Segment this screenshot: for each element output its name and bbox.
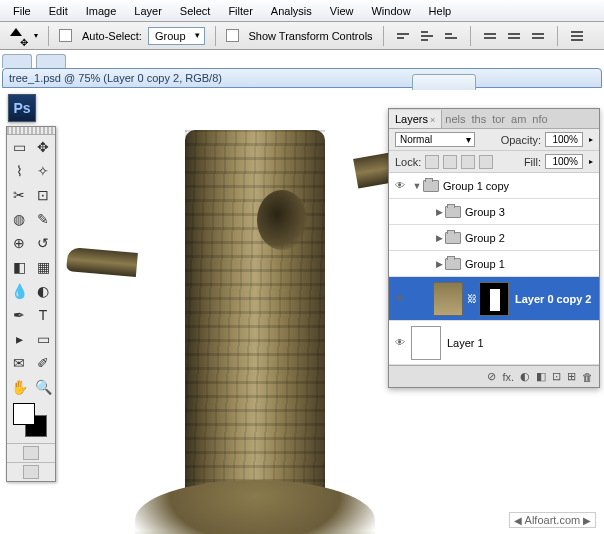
screenmode-row <box>7 462 55 481</box>
disclosure-triangle-icon[interactable]: ▶ <box>433 207 445 217</box>
clone-stamp-tool[interactable]: ⊕ <box>7 231 31 255</box>
tool-preset-dropdown-icon[interactable]: ▾ <box>34 31 38 40</box>
layer-row[interactable]: Layer 1 <box>389 321 599 365</box>
menu-edit[interactable]: Edit <box>40 2 77 20</box>
layers-tab[interactable]: Layers× <box>389 110 442 128</box>
layer-row-selected[interactable]: ⛓ Layer 0 copy 2 <box>389 277 599 321</box>
channels-tab-fragment[interactable]: nels <box>442 110 468 128</box>
opacity-slider-icon[interactable]: ▸ <box>589 135 593 144</box>
blend-mode-dropdown[interactable]: Normal <box>395 132 475 147</box>
distribute-icon[interactable] <box>568 27 586 45</box>
new-group-icon[interactable]: ⊡ <box>552 370 561 383</box>
visibility-toggle-icon[interactable] <box>389 337 411 348</box>
magic-wand-tool[interactable]: ✧ <box>31 159 55 183</box>
align-right-icon[interactable] <box>529 27 547 45</box>
menu-view[interactable]: View <box>321 2 363 20</box>
hand-tool[interactable]: ✋ <box>7 375 31 399</box>
link-layers-icon[interactable]: ⊘ <box>487 370 496 383</box>
doc-tab[interactable] <box>2 54 32 68</box>
fill-slider-icon[interactable]: ▸ <box>589 157 593 166</box>
color-swatches[interactable] <box>7 399 55 443</box>
type-tool[interactable]: T <box>31 303 55 327</box>
align-top-icon[interactable] <box>394 27 412 45</box>
histogram-tab-fragment[interactable]: am <box>508 110 529 128</box>
notes-tool[interactable]: ✉ <box>7 351 31 375</box>
opacity-input[interactable]: 100% <box>545 132 583 147</box>
lock-position-icon[interactable] <box>461 155 475 169</box>
lasso-tool[interactable]: ⌇ <box>7 159 31 183</box>
history-brush-tool[interactable]: ↺ <box>31 231 55 255</box>
layer-mask-icon[interactable]: ◐ <box>520 370 530 383</box>
panel-grip[interactable] <box>7 127 55 135</box>
shape-tool[interactable]: ▭ <box>31 327 55 351</box>
lock-transparency-icon[interactable] <box>425 155 439 169</box>
align-vcenter-icon[interactable] <box>418 27 436 45</box>
align-hcenter-icon[interactable] <box>505 27 523 45</box>
visibility-toggle-icon[interactable] <box>389 180 411 191</box>
lock-pixels-icon[interactable] <box>443 155 457 169</box>
layer-name[interactable]: Group 1 copy <box>443 180 509 192</box>
screen-mode-icon[interactable] <box>23 465 39 479</box>
layer-name[interactable]: Layer 1 <box>447 337 484 349</box>
move-tool[interactable]: ✥ <box>31 135 55 159</box>
menu-analysis[interactable]: Analysis <box>262 2 321 20</box>
close-tab-icon[interactable]: × <box>430 115 435 125</box>
info-tab-fragment[interactable]: nfo <box>529 110 550 128</box>
eraser-tool[interactable]: ◧ <box>7 255 31 279</box>
history-tab-fragment[interactable]: tor <box>489 110 508 128</box>
doc-tab[interactable] <box>36 54 66 68</box>
menu-file[interactable]: File <box>4 2 40 20</box>
layer-name[interactable]: Group 3 <box>465 206 505 218</box>
crop-tool[interactable]: ✂ <box>7 183 31 207</box>
layer-thumbnail[interactable] <box>411 326 441 360</box>
show-transform-checkbox[interactable] <box>226 29 239 42</box>
menu-filter[interactable]: Filter <box>219 2 261 20</box>
visibility-toggle-icon[interactable] <box>389 293 411 304</box>
foreground-swatch[interactable] <box>13 403 35 425</box>
paths-tab-fragment[interactable]: ths <box>468 110 489 128</box>
layer-style-icon[interactable]: fx. <box>502 371 514 383</box>
eyedropper-tool[interactable]: ✐ <box>31 351 55 375</box>
disclosure-triangle-icon[interactable]: ▶ <box>433 259 445 269</box>
healing-brush-tool[interactable]: ◍ <box>7 207 31 231</box>
marquee-tool[interactable]: ▭ <box>7 135 31 159</box>
align-bottom-icon[interactable] <box>442 27 460 45</box>
standard-mode-icon[interactable] <box>23 446 39 460</box>
slice-tool[interactable]: ⊡ <box>31 183 55 207</box>
auto-select-checkbox[interactable] <box>59 29 72 42</box>
menu-select[interactable]: Select <box>171 2 220 20</box>
align-left-icon[interactable] <box>481 27 499 45</box>
lock-all-icon[interactable] <box>479 155 493 169</box>
options-bar: ▾ Auto-Select: Group Show Transform Cont… <box>0 22 604 50</box>
gradient-tool[interactable]: ▦ <box>31 255 55 279</box>
layer-row-group[interactable]: ▶ Group 2 <box>389 225 599 251</box>
new-layer-icon[interactable]: ⊞ <box>567 370 576 383</box>
blur-tool[interactable]: 💧 <box>7 279 31 303</box>
dodge-tool[interactable]: ◐ <box>31 279 55 303</box>
fill-input[interactable]: 100% <box>545 154 583 169</box>
document-title-bar[interactable]: tree_1.psd @ 75% (Layer 0 copy 2, RGB/8) <box>2 68 602 88</box>
layer-row-group[interactable]: ▶ Group 1 <box>389 251 599 277</box>
adjustment-layer-icon[interactable]: ◧ <box>536 370 546 383</box>
layer-row-group[interactable]: ▶ Group 3 <box>389 199 599 225</box>
menu-layer[interactable]: Layer <box>125 2 171 20</box>
layer-list: ▼ Group 1 copy ▶ Group 3 ▶ Group 2 ▶ Gro… <box>389 173 599 365</box>
disclosure-triangle-icon[interactable]: ▼ <box>411 181 423 191</box>
menu-help[interactable]: Help <box>420 2 461 20</box>
layer-thumbnail[interactable] <box>433 282 463 316</box>
zoom-tool[interactable]: 🔍 <box>31 375 55 399</box>
layer-name[interactable]: Layer 0 copy 2 <box>515 293 591 305</box>
disclosure-triangle-icon[interactable]: ▶ <box>433 233 445 243</box>
brush-tool[interactable]: ✎ <box>31 207 55 231</box>
delete-layer-icon[interactable]: 🗑 <box>582 371 593 383</box>
pen-tool[interactable]: ✒ <box>7 303 31 327</box>
layer-name[interactable]: Group 2 <box>465 232 505 244</box>
auto-select-mode-dropdown[interactable]: Group <box>148 27 205 45</box>
menu-window[interactable]: Window <box>362 2 419 20</box>
path-selection-tool[interactable]: ▸ <box>7 327 31 351</box>
mask-link-icon[interactable]: ⛓ <box>467 293 477 304</box>
layer-name[interactable]: Group 1 <box>465 258 505 270</box>
menu-image[interactable]: Image <box>77 2 126 20</box>
layer-row-group[interactable]: ▼ Group 1 copy <box>389 173 599 199</box>
layer-mask-thumbnail[interactable] <box>479 282 509 316</box>
